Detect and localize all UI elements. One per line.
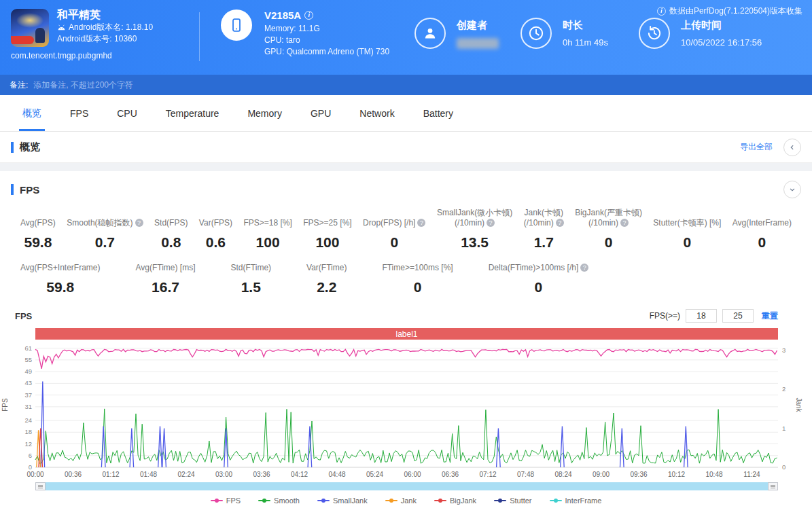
svg-text:0: 0 xyxy=(29,463,32,471)
app-block: 和平精英 Android版本名: 1.18.10 Android版本号: 103… xyxy=(11,9,194,60)
device-block: V2185A i Memory: 11.1G CPU: taro GPU: Qu… xyxy=(221,10,389,58)
svg-text:31: 31 xyxy=(24,403,32,410)
export-all-link[interactable]: 导出全部 xyxy=(740,141,773,153)
collect-note: i 数据由PerfDog(7.1.220504)版本收集 xyxy=(657,5,802,17)
remarks-label: 备注: xyxy=(10,79,28,91)
metric-cell: Std(FPS)0.8 xyxy=(154,218,188,251)
scrollbar-handle-left[interactable] xyxy=(35,482,46,490)
legend-item-InterFrame[interactable]: InterFrame xyxy=(550,497,602,505)
svg-text:06:00: 06:00 xyxy=(404,471,421,478)
svg-text:1: 1 xyxy=(782,425,785,432)
device-gpu: GPU: Qualcomm Adreno (TM) 730 xyxy=(264,46,389,58)
scrollbar-handle-right[interactable] xyxy=(768,482,778,490)
fps-min-input[interactable] xyxy=(686,309,717,323)
reset-link[interactable]: 重置 xyxy=(762,310,778,322)
android-icon xyxy=(57,24,66,31)
svg-text:09:36: 09:36 xyxy=(630,471,647,478)
svg-text:37: 37 xyxy=(24,391,32,399)
tab-CPU[interactable]: CPU xyxy=(103,95,152,131)
metric-value: 0 xyxy=(653,234,721,251)
metric-cell: Avg(FPS)59.8 xyxy=(20,218,56,251)
phone-icon xyxy=(221,10,252,41)
legend-item-Stutter[interactable]: Stutter xyxy=(494,497,531,505)
metric-cell: Avg(InterFrame)0 xyxy=(732,218,792,251)
tab-概览[interactable]: 概览 xyxy=(8,95,56,131)
metric-cell: SmallJank(微小卡顿)(/10min)?13.5 xyxy=(437,208,512,251)
tab-Battery[interactable]: Battery xyxy=(409,95,467,131)
metric-value: 0.6 xyxy=(199,234,232,251)
app-title: 和平精英 xyxy=(57,9,153,20)
svg-text:08:24: 08:24 xyxy=(554,471,571,478)
svg-text:04:12: 04:12 xyxy=(291,471,308,478)
android-version-code: Android版本号: 10360 xyxy=(57,33,137,45)
svg-text:00:36: 00:36 xyxy=(65,471,82,478)
tab-GPU[interactable]: GPU xyxy=(296,95,345,131)
package-name: com.tencent.tmgp.pubgmhd xyxy=(11,51,194,60)
svg-text:0: 0 xyxy=(782,463,785,471)
metric-value: 1.5 xyxy=(231,279,272,295)
duration-value: 0h 11m 49s xyxy=(563,37,608,48)
svg-text:01:48: 01:48 xyxy=(140,471,157,478)
metric-cell: Avg(FPS+InterFrame)59.8 xyxy=(20,263,100,295)
tab-Network[interactable]: Network xyxy=(345,95,408,131)
fps-section-title: FPS xyxy=(20,184,39,196)
help-icon[interactable]: ? xyxy=(556,219,564,227)
legend-item-Smooth[interactable]: Smooth xyxy=(258,497,300,505)
help-icon[interactable]: ? xyxy=(487,219,495,227)
fps-threshold-label: FPS(>=) xyxy=(650,311,680,321)
device-memory: Memory: 11.1G xyxy=(264,23,389,35)
legend-item-FPS[interactable]: FPS xyxy=(211,497,241,505)
fps-max-input[interactable] xyxy=(722,309,754,323)
metric-cell: BigJank(严重卡顿)(/10min)?0 xyxy=(575,208,642,251)
device-info-icon[interactable]: i xyxy=(304,11,313,20)
fps-panel: FPS Avg(FPS)59.8Smooth(稳帧指数)?0.7Std(FPS)… xyxy=(0,171,812,510)
metric-value: 16.7 xyxy=(135,279,195,295)
help-icon[interactable]: ? xyxy=(135,219,143,227)
svg-text:43: 43 xyxy=(24,379,32,386)
legend-item-SmallJank[interactable]: SmallJank xyxy=(317,497,368,505)
legend-item-Jank[interactable]: Jank xyxy=(385,497,417,505)
tab-bar: 概览FPSCPUTemperatureMemoryGPUNetworkBatte… xyxy=(0,95,812,132)
metric-value: 0 xyxy=(489,279,589,295)
metric-value: 0 xyxy=(732,234,792,251)
metric-cell: FTime>=100ms [%]0 xyxy=(382,263,453,295)
svg-text:03:00: 03:00 xyxy=(215,471,232,478)
chart-legend: FPSSmoothSmallJankJankBigJankStutterInte… xyxy=(0,493,812,510)
app-icon xyxy=(11,9,49,47)
person-icon xyxy=(414,18,446,49)
chart-controls: FPS FPS(>=) 重置 xyxy=(0,308,812,328)
svg-text:Jank: Jank xyxy=(795,397,802,412)
metric-value: 0.8 xyxy=(154,234,188,251)
tab-Temperature[interactable]: Temperature xyxy=(152,95,234,131)
svg-text:49: 49 xyxy=(24,367,32,375)
metric-value: 59.8 xyxy=(20,279,100,295)
metric-value: 100 xyxy=(243,234,292,251)
svg-text:24: 24 xyxy=(24,416,32,424)
tab-FPS[interactable]: FPS xyxy=(56,95,103,131)
help-icon[interactable]: ? xyxy=(580,264,588,272)
metric-cell: Delta(FTime)>100ms [/h]?0 xyxy=(489,263,589,295)
upload-time-value: 10/05/2022 16:17:56 xyxy=(681,37,762,48)
help-icon[interactable]: ? xyxy=(620,219,629,227)
duration-block: 时长 0h 11m 49s xyxy=(520,18,608,49)
chart-title: FPS xyxy=(15,311,32,321)
svg-text:18: 18 xyxy=(24,428,32,435)
metric-value: 59.8 xyxy=(20,234,56,251)
svg-text:00:00: 00:00 xyxy=(27,471,43,478)
collapse-down-button[interactable] xyxy=(783,181,801,198)
metric-cell: Avg(FTime) [ms]16.7 xyxy=(135,263,195,295)
chart-scrollbar[interactable] xyxy=(35,482,778,490)
svg-text:61: 61 xyxy=(24,344,32,352)
collapse-left-button[interactable] xyxy=(783,139,801,156)
metric-value: 13.5 xyxy=(437,234,512,251)
svg-text:3: 3 xyxy=(782,346,785,354)
metric-value: 0.7 xyxy=(67,234,143,251)
accent-bar xyxy=(11,142,14,153)
legend-item-BigJank[interactable]: BigJank xyxy=(434,497,476,505)
remarks-input[interactable] xyxy=(33,80,802,90)
metric-cell: Var(FPS)0.6 xyxy=(199,218,232,251)
help-icon[interactable]: ? xyxy=(417,219,425,227)
header: 和平精英 Android版本名: 1.18.10 Android版本号: 103… xyxy=(0,0,812,75)
tab-Memory[interactable]: Memory xyxy=(233,95,296,131)
clock-icon xyxy=(520,18,552,49)
